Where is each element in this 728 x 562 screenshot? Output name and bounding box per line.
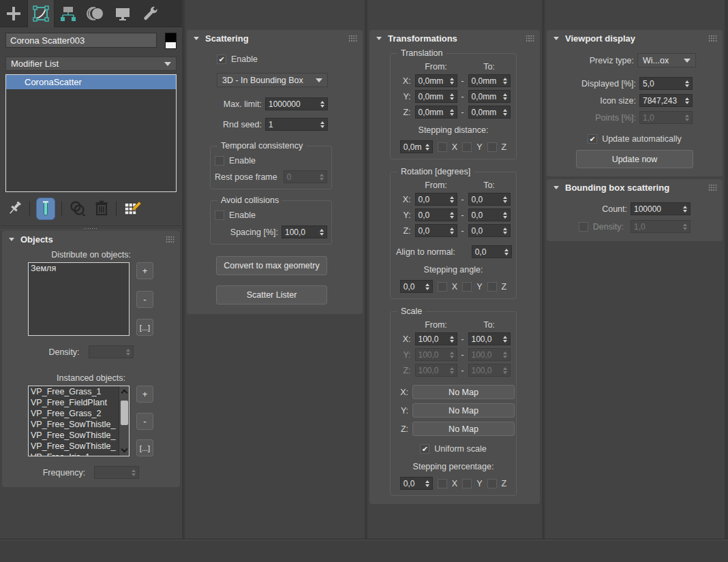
list-scrollbar[interactable] — [119, 386, 129, 456]
instanced-objects-list[interactable]: VP_Free_Grass_1 VP_Free_FieldPlant VP_Fr… — [28, 386, 130, 456]
transformations-rollout-header[interactable]: Transformations — [369, 30, 540, 46]
spinner-arrows-icon[interactable] — [500, 367, 510, 374]
objects-rollout-header[interactable]: Objects — [2, 231, 180, 247]
spinner-arrows-icon[interactable] — [500, 109, 510, 116]
spinner-arrows-icon[interactable] — [680, 206, 690, 213]
stepping-angle-z-checkbox[interactable] — [487, 282, 497, 292]
spinner-arrows-icon[interactable] — [682, 114, 692, 121]
panel-splitter[interactable] — [0, 225, 182, 230]
spinner-arrows-icon[interactable] — [500, 93, 510, 100]
rotation-x-to-spinner[interactable]: 0,0 — [468, 193, 511, 206]
spinner-arrows-icon[interactable] — [682, 80, 692, 87]
spinner-arrows-icon[interactable] — [447, 336, 457, 343]
modifier-stack-item-selected[interactable]: CoronaScatter — [6, 75, 176, 89]
spinner-arrows-icon[interactable] — [500, 212, 510, 219]
spinner-arrows-icon[interactable] — [123, 349, 133, 356]
scrollbar-thumb[interactable] — [121, 401, 128, 425]
remove-modifier-trash-icon[interactable] — [93, 200, 110, 217]
stepping-angle-x-checkbox[interactable] — [438, 282, 447, 292]
count-spinner[interactable]: 100000 — [631, 202, 691, 215]
spinner-arrows-icon[interactable] — [447, 228, 457, 234]
spinner-arrows-icon[interactable] — [680, 223, 690, 230]
rotation-z-to-spinner[interactable]: 0,0 — [468, 224, 511, 237]
bbox-density-spinner[interactable]: 1,0 — [631, 220, 691, 233]
add-distribute-object-button[interactable]: + — [136, 262, 153, 279]
spinner-arrows-icon[interactable] — [447, 78, 457, 84]
spinner-arrows-icon[interactable] — [500, 336, 510, 343]
list-item[interactable]: VP_Free_SowThistle_ — [29, 430, 119, 441]
scroll-down-icon[interactable] — [121, 446, 127, 453]
density-spinner[interactable] — [89, 345, 134, 358]
list-item[interactable]: VP_Free_Grass_2 — [29, 408, 119, 419]
scale-x-to-spinner[interactable]: 100,0 — [468, 332, 511, 345]
remove-distribute-object-button[interactable]: - — [136, 291, 153, 308]
previz-type-dropdown[interactable]: Wi...ox — [637, 53, 696, 67]
rotation-y-from-spinner[interactable]: 0,0 — [415, 208, 457, 221]
scale-z-map-button[interactable]: No Map — [412, 422, 515, 436]
stepping-percentage-spinner[interactable]: 0,0 — [400, 477, 433, 490]
pick-instanced-objects-button[interactable]: [...] — [136, 439, 153, 456]
stepping-distance-z-checkbox[interactable] — [487, 142, 497, 152]
stepping-distance-x-checkbox[interactable] — [438, 142, 447, 152]
update-automatically-checkbox[interactable] — [588, 134, 597, 144]
spinner-arrows-icon[interactable] — [500, 352, 510, 358]
list-item[interactable]: VP_Free_Iris_1 — [29, 452, 119, 456]
tab-hierarchy[interactable] — [55, 0, 82, 27]
rotation-x-from-spinner[interactable]: 0,0 — [415, 193, 457, 206]
list-item[interactable]: VP_Free_Grass_1 — [29, 386, 119, 397]
remove-instanced-object-button[interactable]: - — [136, 413, 153, 430]
tab-utilities[interactable] — [136, 0, 164, 27]
spinner-arrows-icon[interactable] — [500, 78, 510, 84]
scale-y-map-button[interactable]: No Map — [412, 403, 515, 418]
modifier-list-dropdown[interactable]: Modifier List — [5, 57, 177, 71]
scatter-lister-button[interactable]: Scatter Lister — [216, 285, 327, 305]
avoid-collisions-enable-checkbox[interactable] — [215, 210, 224, 220]
translation-z-to-spinner[interactable]: 0,0mm — [468, 106, 511, 119]
spinner-arrows-icon[interactable] — [500, 196, 510, 203]
scale-x-from-spinner[interactable]: 100,0 — [415, 332, 457, 345]
pin-to-stack-icon[interactable] — [7, 200, 23, 217]
translation-x-from-spinner[interactable]: 0,0mm — [415, 74, 457, 87]
icon-size-spinner[interactable]: 7847,243 — [639, 94, 693, 107]
stepping-distance-y-checkbox[interactable] — [462, 142, 472, 152]
list-item[interactable]: VP_Free_FieldPlant — [29, 397, 119, 408]
tab-display[interactable] — [109, 0, 136, 27]
spinner-arrows-icon[interactable] — [129, 469, 138, 476]
spinner-arrows-icon[interactable] — [447, 367, 457, 374]
spinner-arrows-icon[interactable] — [317, 229, 327, 236]
spinner-arrows-icon[interactable] — [317, 174, 327, 181]
make-unique-icon[interactable] — [68, 200, 87, 217]
scale-z-to-spinner[interactable]: 100,0 — [468, 364, 511, 377]
scale-z-from-spinner[interactable]: 100,0 — [415, 364, 457, 377]
scroll-up-icon[interactable] — [121, 390, 127, 396]
translation-y-to-spinner[interactable]: 0,0mm — [468, 90, 511, 103]
spacing-spinner[interactable]: 100,0 — [282, 225, 327, 238]
translation-y-from-spinner[interactable]: 0,0mm — [415, 90, 457, 103]
list-item[interactable]: VP_Free_SowThistle_ — [29, 441, 119, 452]
scale-y-to-spinner[interactable]: 100,0 — [468, 348, 511, 361]
spinner-arrows-icon[interactable] — [423, 480, 432, 487]
scale-y-from-spinner[interactable]: 100,0 — [415, 348, 457, 361]
scattering-rollout-header[interactable]: Scattering — [187, 30, 363, 46]
scatter-mode-dropdown[interactable]: 3D - In Bounding Box — [217, 73, 328, 87]
convert-to-max-geometry-button[interactable]: Convert to max geometry — [216, 256, 327, 275]
spinner-arrows-icon[interactable] — [447, 352, 457, 358]
spinner-arrows-icon[interactable] — [502, 249, 511, 255]
bounding-box-rollout-header[interactable]: Bounding box scattering — [547, 179, 723, 196]
rotation-y-to-spinner[interactable]: 0,0 — [468, 208, 511, 221]
object-color-swatch[interactable] — [165, 33, 177, 49]
spinner-arrows-icon[interactable] — [318, 121, 327, 128]
spinner-arrows-icon[interactable] — [500, 228, 510, 234]
object-name-input[interactable]: Corona Scatter003 — [5, 33, 157, 48]
list-item[interactable]: Земля — [29, 263, 129, 274]
spinner-arrows-icon[interactable] — [447, 109, 457, 116]
list-item[interactable]: VP_Free_SowThistle_ — [29, 419, 119, 430]
tab-motion[interactable] — [82, 0, 109, 27]
spinner-arrows-icon[interactable] — [447, 212, 457, 219]
viewport-display-rollout-header[interactable]: Viewport display — [547, 30, 723, 46]
scale-x-map-button[interactable]: No Map — [412, 385, 515, 399]
uniform-scale-checkbox[interactable] — [420, 444, 429, 454]
rest-pose-frame-spinner[interactable]: 0 — [284, 170, 327, 183]
spinner-arrows-icon[interactable] — [447, 93, 457, 100]
align-to-normal-spinner[interactable]: 0,0 — [472, 245, 512, 258]
